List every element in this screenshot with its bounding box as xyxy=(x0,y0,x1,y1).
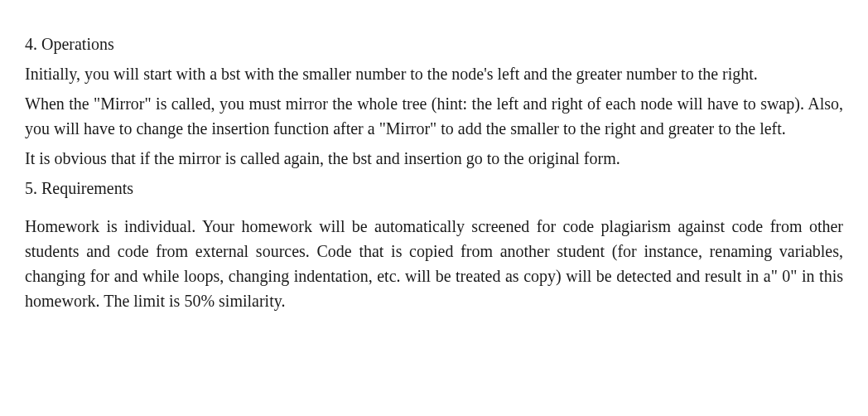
section-4-paragraph-3: It is obvious that if the mirror is call… xyxy=(25,146,843,171)
section-4-heading: 4. Operations xyxy=(25,31,843,56)
section-4-paragraph-2: When the "Mirror" is called, you must mi… xyxy=(25,91,843,141)
document-page: 4. Operations Initially, you will start … xyxy=(0,0,868,335)
section-4-paragraph-1: Initially, you will start with a bst wit… xyxy=(25,61,843,86)
section-5-paragraph-1: Homework is individual. Your homework wi… xyxy=(25,214,843,313)
section-gap xyxy=(25,206,843,214)
section-5-heading: 5. Requirements xyxy=(25,176,843,201)
